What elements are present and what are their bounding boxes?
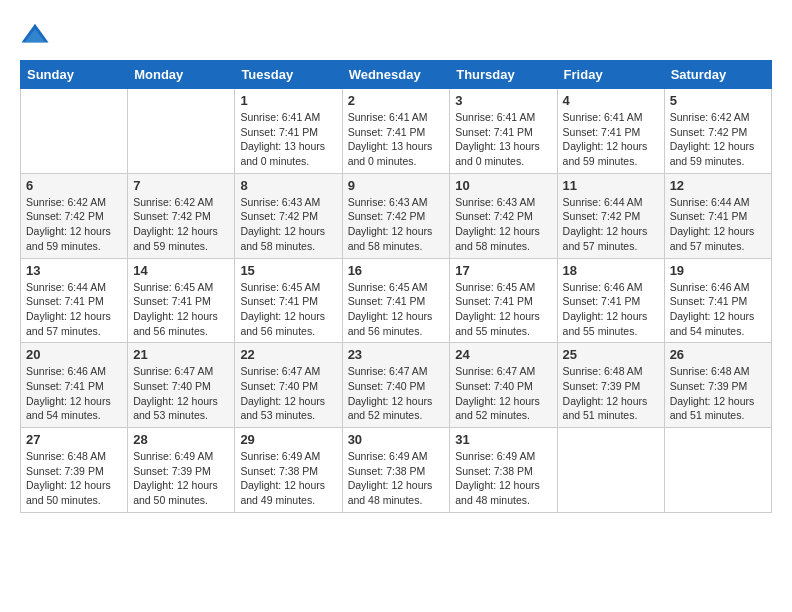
calendar-day-17: 17Sunrise: 6:45 AM Sunset: 7:41 PM Dayli… [450, 258, 557, 343]
page-header [20, 20, 772, 50]
calendar-day-16: 16Sunrise: 6:45 AM Sunset: 7:41 PM Dayli… [342, 258, 450, 343]
calendar-header-thursday: Thursday [450, 61, 557, 89]
calendar-empty-cell [557, 428, 664, 513]
day-number: 2 [348, 93, 445, 108]
calendar-empty-cell [128, 89, 235, 174]
calendar-day-19: 19Sunrise: 6:46 AM Sunset: 7:41 PM Dayli… [664, 258, 771, 343]
day-number: 12 [670, 178, 766, 193]
day-number: 17 [455, 263, 551, 278]
calendar-day-13: 13Sunrise: 6:44 AM Sunset: 7:41 PM Dayli… [21, 258, 128, 343]
day-number: 1 [240, 93, 336, 108]
day-info: Sunrise: 6:43 AM Sunset: 7:42 PM Dayligh… [455, 195, 551, 254]
day-info: Sunrise: 6:41 AM Sunset: 7:41 PM Dayligh… [563, 110, 659, 169]
calendar-day-26: 26Sunrise: 6:48 AM Sunset: 7:39 PM Dayli… [664, 343, 771, 428]
logo-icon [20, 20, 50, 50]
day-info: Sunrise: 6:41 AM Sunset: 7:41 PM Dayligh… [240, 110, 336, 169]
calendar-day-11: 11Sunrise: 6:44 AM Sunset: 7:42 PM Dayli… [557, 173, 664, 258]
calendar-day-10: 10Sunrise: 6:43 AM Sunset: 7:42 PM Dayli… [450, 173, 557, 258]
day-info: Sunrise: 6:45 AM Sunset: 7:41 PM Dayligh… [133, 280, 229, 339]
day-info: Sunrise: 6:43 AM Sunset: 7:42 PM Dayligh… [348, 195, 445, 254]
day-info: Sunrise: 6:48 AM Sunset: 7:39 PM Dayligh… [563, 364, 659, 423]
day-number: 14 [133, 263, 229, 278]
day-info: Sunrise: 6:48 AM Sunset: 7:39 PM Dayligh… [26, 449, 122, 508]
calendar-header-saturday: Saturday [664, 61, 771, 89]
day-number: 23 [348, 347, 445, 362]
day-info: Sunrise: 6:49 AM Sunset: 7:38 PM Dayligh… [348, 449, 445, 508]
day-number: 10 [455, 178, 551, 193]
day-info: Sunrise: 6:44 AM Sunset: 7:41 PM Dayligh… [26, 280, 122, 339]
calendar-day-1: 1Sunrise: 6:41 AM Sunset: 7:41 PM Daylig… [235, 89, 342, 174]
day-number: 21 [133, 347, 229, 362]
calendar-header-row: SundayMondayTuesdayWednesdayThursdayFrid… [21, 61, 772, 89]
day-number: 11 [563, 178, 659, 193]
calendar-day-22: 22Sunrise: 6:47 AM Sunset: 7:40 PM Dayli… [235, 343, 342, 428]
day-number: 15 [240, 263, 336, 278]
day-number: 30 [348, 432, 445, 447]
calendar-day-6: 6Sunrise: 6:42 AM Sunset: 7:42 PM Daylig… [21, 173, 128, 258]
day-info: Sunrise: 6:41 AM Sunset: 7:41 PM Dayligh… [348, 110, 445, 169]
calendar-day-24: 24Sunrise: 6:47 AM Sunset: 7:40 PM Dayli… [450, 343, 557, 428]
day-info: Sunrise: 6:49 AM Sunset: 7:38 PM Dayligh… [240, 449, 336, 508]
day-number: 9 [348, 178, 445, 193]
day-info: Sunrise: 6:47 AM Sunset: 7:40 PM Dayligh… [455, 364, 551, 423]
day-info: Sunrise: 6:48 AM Sunset: 7:39 PM Dayligh… [670, 364, 766, 423]
calendar-day-5: 5Sunrise: 6:42 AM Sunset: 7:42 PM Daylig… [664, 89, 771, 174]
calendar-day-20: 20Sunrise: 6:46 AM Sunset: 7:41 PM Dayli… [21, 343, 128, 428]
calendar-day-23: 23Sunrise: 6:47 AM Sunset: 7:40 PM Dayli… [342, 343, 450, 428]
calendar-day-4: 4Sunrise: 6:41 AM Sunset: 7:41 PM Daylig… [557, 89, 664, 174]
day-number: 3 [455, 93, 551, 108]
day-info: Sunrise: 6:42 AM Sunset: 7:42 PM Dayligh… [26, 195, 122, 254]
day-info: Sunrise: 6:44 AM Sunset: 7:42 PM Dayligh… [563, 195, 659, 254]
calendar-header-tuesday: Tuesday [235, 61, 342, 89]
calendar-day-29: 29Sunrise: 6:49 AM Sunset: 7:38 PM Dayli… [235, 428, 342, 513]
day-number: 28 [133, 432, 229, 447]
calendar-day-27: 27Sunrise: 6:48 AM Sunset: 7:39 PM Dayli… [21, 428, 128, 513]
day-info: Sunrise: 6:42 AM Sunset: 7:42 PM Dayligh… [670, 110, 766, 169]
calendar-day-15: 15Sunrise: 6:45 AM Sunset: 7:41 PM Dayli… [235, 258, 342, 343]
day-info: Sunrise: 6:45 AM Sunset: 7:41 PM Dayligh… [348, 280, 445, 339]
day-number: 13 [26, 263, 122, 278]
day-info: Sunrise: 6:45 AM Sunset: 7:41 PM Dayligh… [240, 280, 336, 339]
logo [20, 20, 54, 50]
calendar-header-sunday: Sunday [21, 61, 128, 89]
day-info: Sunrise: 6:42 AM Sunset: 7:42 PM Dayligh… [133, 195, 229, 254]
day-number: 19 [670, 263, 766, 278]
day-info: Sunrise: 6:47 AM Sunset: 7:40 PM Dayligh… [133, 364, 229, 423]
day-number: 31 [455, 432, 551, 447]
day-info: Sunrise: 6:49 AM Sunset: 7:39 PM Dayligh… [133, 449, 229, 508]
day-info: Sunrise: 6:44 AM Sunset: 7:41 PM Dayligh… [670, 195, 766, 254]
day-info: Sunrise: 6:49 AM Sunset: 7:38 PM Dayligh… [455, 449, 551, 508]
calendar-day-8: 8Sunrise: 6:43 AM Sunset: 7:42 PM Daylig… [235, 173, 342, 258]
day-number: 8 [240, 178, 336, 193]
day-info: Sunrise: 6:43 AM Sunset: 7:42 PM Dayligh… [240, 195, 336, 254]
calendar-day-14: 14Sunrise: 6:45 AM Sunset: 7:41 PM Dayli… [128, 258, 235, 343]
day-number: 22 [240, 347, 336, 362]
day-number: 24 [455, 347, 551, 362]
day-number: 5 [670, 93, 766, 108]
day-info: Sunrise: 6:47 AM Sunset: 7:40 PM Dayligh… [348, 364, 445, 423]
calendar-day-28: 28Sunrise: 6:49 AM Sunset: 7:39 PM Dayli… [128, 428, 235, 513]
day-number: 7 [133, 178, 229, 193]
day-number: 20 [26, 347, 122, 362]
calendar-day-3: 3Sunrise: 6:41 AM Sunset: 7:41 PM Daylig… [450, 89, 557, 174]
day-info: Sunrise: 6:47 AM Sunset: 7:40 PM Dayligh… [240, 364, 336, 423]
calendar-header-monday: Monday [128, 61, 235, 89]
calendar-day-21: 21Sunrise: 6:47 AM Sunset: 7:40 PM Dayli… [128, 343, 235, 428]
day-number: 6 [26, 178, 122, 193]
day-info: Sunrise: 6:46 AM Sunset: 7:41 PM Dayligh… [670, 280, 766, 339]
calendar-table: SundayMondayTuesdayWednesdayThursdayFrid… [20, 60, 772, 513]
calendar-day-12: 12Sunrise: 6:44 AM Sunset: 7:41 PM Dayli… [664, 173, 771, 258]
calendar-week-row: 13Sunrise: 6:44 AM Sunset: 7:41 PM Dayli… [21, 258, 772, 343]
calendar-day-18: 18Sunrise: 6:46 AM Sunset: 7:41 PM Dayli… [557, 258, 664, 343]
day-info: Sunrise: 6:41 AM Sunset: 7:41 PM Dayligh… [455, 110, 551, 169]
day-info: Sunrise: 6:46 AM Sunset: 7:41 PM Dayligh… [26, 364, 122, 423]
calendar-day-7: 7Sunrise: 6:42 AM Sunset: 7:42 PM Daylig… [128, 173, 235, 258]
calendar-day-25: 25Sunrise: 6:48 AM Sunset: 7:39 PM Dayli… [557, 343, 664, 428]
calendar-day-30: 30Sunrise: 6:49 AM Sunset: 7:38 PM Dayli… [342, 428, 450, 513]
day-number: 16 [348, 263, 445, 278]
calendar-day-2: 2Sunrise: 6:41 AM Sunset: 7:41 PM Daylig… [342, 89, 450, 174]
day-number: 18 [563, 263, 659, 278]
calendar-header-wednesday: Wednesday [342, 61, 450, 89]
calendar-header-friday: Friday [557, 61, 664, 89]
day-info: Sunrise: 6:45 AM Sunset: 7:41 PM Dayligh… [455, 280, 551, 339]
